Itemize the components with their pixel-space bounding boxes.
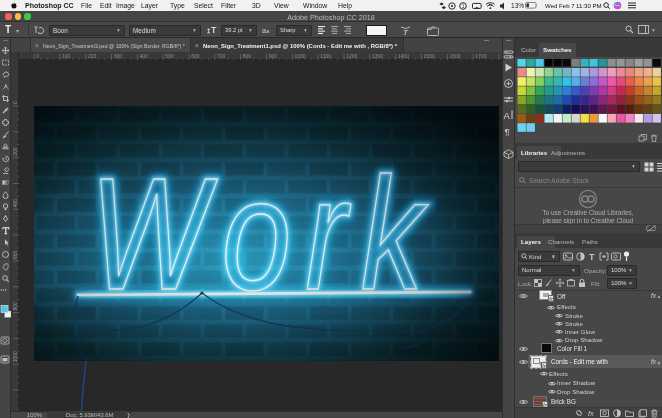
svg-text:T: T (403, 28, 409, 36)
svg-text:1400: 1400 (398, 53, 409, 59)
svg-text:600: 600 (12, 250, 18, 259)
svg-text:T: T (589, 252, 595, 261)
svg-text:fx: fx (588, 409, 594, 418)
svg-text:1300: 1300 (372, 53, 383, 59)
svg-text:800: 800 (12, 302, 18, 311)
svg-text:1000: 1000 (12, 351, 18, 362)
svg-text:1600: 1600 (450, 53, 461, 59)
svg-text:1700: 1700 (475, 53, 486, 59)
svg-text:400: 400 (12, 199, 18, 208)
svg-text:0: 0 (12, 101, 18, 104)
svg-text:1500: 1500 (424, 53, 435, 59)
svg-text:¶: ¶ (505, 126, 510, 136)
svg-text:1100: 1100 (320, 53, 331, 59)
svg-text:A: A (504, 110, 511, 120)
svg-text:0: 0 (36, 53, 39, 59)
svg-text:1: 1 (462, 4, 465, 9)
svg-text:200: 200 (12, 147, 18, 156)
svg-text:1200: 1200 (346, 53, 357, 59)
svg-text:1000: 1000 (295, 53, 306, 59)
